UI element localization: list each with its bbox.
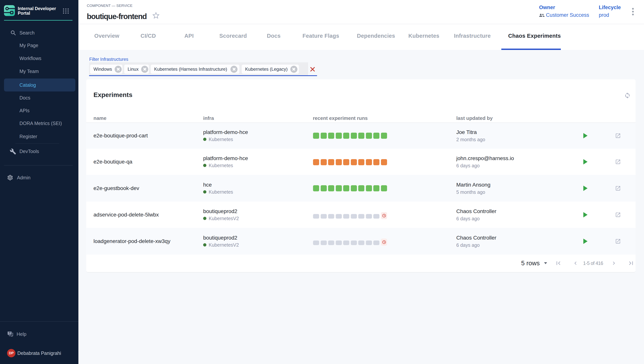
- svg-text:?: ?: [9, 332, 11, 334]
